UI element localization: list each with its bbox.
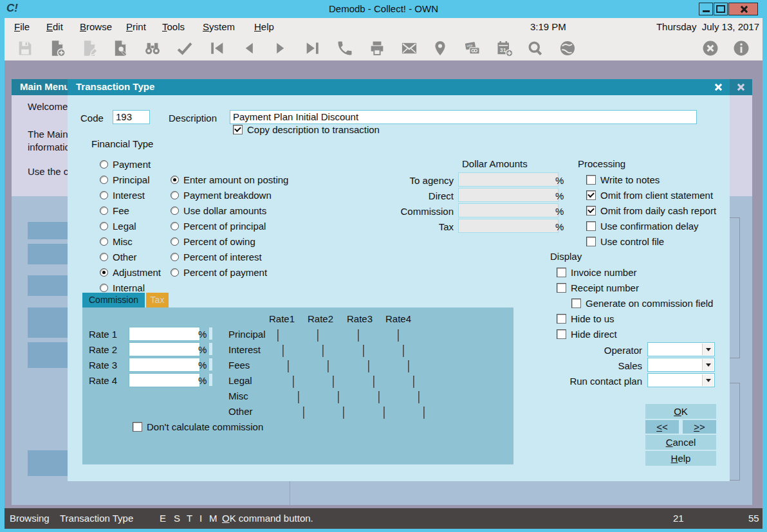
tab-commission[interactable]: Commission [82, 293, 145, 307]
cb-interest-rate3[interactable] [363, 345, 364, 357]
sales-combo[interactable] [647, 358, 715, 372]
previous-page-button[interactable]: << [645, 420, 679, 434]
cb-interest-rate4[interactable] [403, 345, 404, 357]
cb-other-rate4[interactable] [423, 407, 425, 419]
menu-edit[interactable]: Edit [46, 21, 63, 32]
maximize-button[interactable] [714, 3, 728, 15]
description-field[interactable]: Payment Plan Initial Discount [230, 110, 697, 124]
cb-interest-rate1[interactable] [282, 345, 284, 357]
dialog-close-icon[interactable] [714, 83, 722, 91]
percent-interest-radio[interactable] [171, 253, 179, 261]
menu-tools[interactable]: Tools [162, 21, 185, 32]
percent-principal-radio[interactable] [171, 222, 179, 230]
enter-amount-radio[interactable] [171, 176, 179, 184]
cb-principal-rate3[interactable] [358, 329, 359, 342]
close-circle-icon[interactable] [701, 39, 719, 57]
other-radio[interactable] [100, 253, 108, 261]
invoice-number-checkbox[interactable] [557, 268, 566, 277]
cb-principal-rate1[interactable] [277, 329, 279, 342]
edit-document-icon[interactable] [80, 39, 98, 57]
email-icon[interactable] [400, 39, 418, 57]
close-button[interactable] [728, 3, 758, 15]
next-page-button[interactable]: >> [683, 420, 716, 434]
dialog-titlebar[interactable]: Transaction Type [68, 79, 730, 95]
operator-combo[interactable] [647, 342, 715, 356]
new-document-icon[interactable] [48, 39, 66, 57]
to-agency-field[interactable] [458, 172, 559, 187]
rate3-field[interactable] [129, 358, 200, 372]
cb-principal-rate4[interactable] [398, 329, 399, 342]
omit-client-statement-checkbox[interactable] [586, 190, 596, 200]
rate2-field[interactable] [129, 342, 200, 356]
chevron-down-icon[interactable] [702, 344, 714, 355]
cb-misc-rate4[interactable] [418, 391, 420, 403]
cancel-button[interactable]: Cancel [645, 435, 716, 450]
misc-radio[interactable] [100, 237, 108, 246]
cb-misc-rate2[interactable] [338, 391, 339, 403]
menu-print[interactable]: Print [126, 21, 146, 32]
hide-to-us-checkbox[interactable] [557, 314, 566, 324]
fee-radio[interactable] [100, 206, 108, 215]
cb-other-rate2[interactable] [343, 407, 344, 419]
write-to-notes-checkbox[interactable] [586, 175, 596, 185]
binoculars-icon[interactable] [143, 39, 162, 57]
help-button[interactable]: Help [645, 451, 716, 466]
direct-field[interactable] [458, 188, 559, 202]
cb-misc-rate3[interactable] [378, 391, 380, 403]
copy-description-checkbox[interactable] [233, 125, 243, 134]
cb-fees-rate2[interactable] [328, 360, 329, 372]
confirmation-delay-checkbox[interactable] [586, 221, 596, 231]
search-icon[interactable] [526, 39, 544, 57]
cb-fees-rate3[interactable] [368, 360, 369, 372]
use-dollar-amounts-radio[interactable] [171, 206, 179, 215]
generate-commission-checkbox[interactable] [571, 298, 581, 308]
interest-radio[interactable] [100, 191, 108, 199]
menu-file[interactable]: File [14, 21, 30, 32]
chevron-down-icon[interactable] [702, 359, 714, 371]
menu-help[interactable]: Help [254, 21, 274, 32]
hide-direct-checkbox[interactable] [557, 329, 566, 339]
adjustment-radio[interactable] [100, 268, 108, 277]
menu-system[interactable]: System [203, 21, 235, 32]
tab-tax[interactable]: Tax [146, 293, 169, 307]
find-document-icon[interactable] [111, 39, 129, 57]
cb-fees-rate1[interactable] [288, 360, 289, 372]
code-field[interactable]: 193 [113, 110, 150, 124]
menu-browse[interactable]: Browse [80, 21, 112, 32]
run-contact-plan-combo[interactable] [647, 373, 715, 387]
percent-owing-radio[interactable] [171, 237, 179, 246]
last-record-icon[interactable] [304, 39, 322, 57]
map-pin-icon[interactable] [431, 39, 449, 57]
chevron-down-icon[interactable] [702, 374, 714, 386]
principal-radio[interactable] [100, 176, 108, 184]
legal-radio[interactable] [100, 222, 108, 230]
payment-radio[interactable] [100, 160, 108, 169]
save-icon[interactable] [16, 39, 34, 57]
confirm-check-icon[interactable] [176, 39, 194, 57]
cb-other-rate3[interactable] [383, 407, 385, 419]
payment-breakdown-radio[interactable] [171, 191, 179, 199]
cb-misc-rate1[interactable] [298, 391, 299, 403]
cb-principal-rate2[interactable] [317, 329, 319, 342]
info-circle-icon[interactable] [732, 39, 750, 57]
phone-icon[interactable] [336, 39, 354, 57]
calendar-add-icon[interactable]: 31 [495, 39, 513, 57]
cb-interest-rate2[interactable] [322, 345, 324, 357]
receipt-number-checkbox[interactable] [557, 283, 566, 293]
ok-button[interactable]: OK [645, 404, 716, 419]
rate4-field[interactable] [129, 373, 200, 387]
cb-legal-rate2[interactable] [333, 376, 334, 388]
internal-radio[interactable] [100, 284, 108, 292]
control-file-checkbox[interactable] [586, 237, 596, 246]
commission-field[interactable] [458, 203, 559, 217]
omit-daily-cash-checkbox[interactable] [586, 206, 596, 216]
percent-payment-radio[interactable] [171, 268, 179, 277]
print-icon[interactable] [368, 39, 386, 57]
globe-icon[interactable] [559, 39, 577, 57]
first-record-icon[interactable] [208, 39, 226, 57]
minimize-button[interactable] [699, 3, 713, 15]
dont-calculate-checkbox[interactable] [133, 422, 142, 432]
credit-card-icon[interactable]: VISA [463, 39, 481, 57]
cb-legal-rate3[interactable] [373, 376, 374, 388]
cb-other-rate1[interactable] [303, 407, 304, 419]
